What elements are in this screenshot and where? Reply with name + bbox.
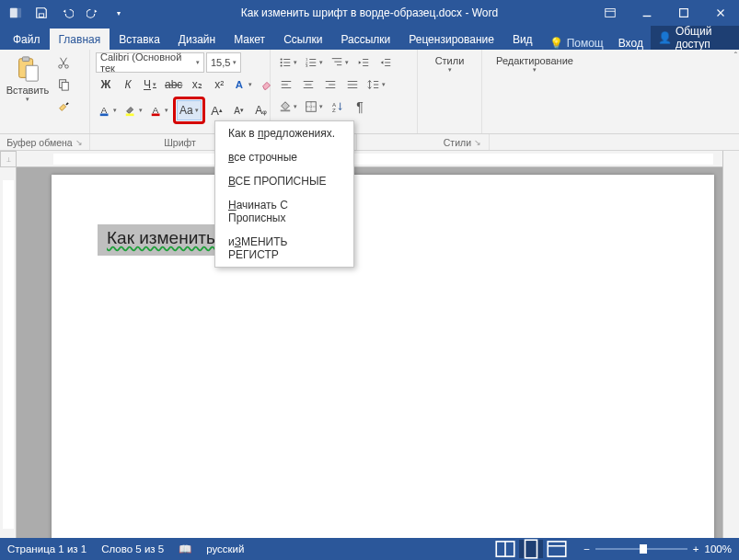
italic-button[interactable]: К [118, 74, 138, 95]
bold-button[interactable]: Ж [96, 74, 116, 95]
grow-font-button[interactable]: A▴ [207, 100, 227, 120]
borders-button[interactable] [302, 97, 326, 117]
ribbon-tabs: Файл Главная Вставка Дизайн Макет Ссылки… [0, 26, 739, 50]
status-proofing-icon[interactable]: 📖 [179, 543, 191, 555]
status-words[interactable]: Слово 5 из 5 [101, 543, 164, 554]
styles-button[interactable]: A Стили ▾ [423, 52, 476, 73]
menu-toggle-case[interactable]: иЗМЕНИТЬ РЕГИСТР [215, 230, 353, 267]
svg-rect-16 [100, 114, 109, 117]
superscript-button[interactable]: x² [209, 74, 229, 95]
highlight-button[interactable] [121, 100, 145, 120]
copy-button[interactable] [53, 74, 74, 95]
menu-capitalize[interactable]: Начинать С Прописных [215, 193, 353, 230]
read-mode-icon[interactable] [493, 540, 517, 558]
dialog-launcher-icon[interactable]: ↘ [75, 138, 83, 147]
justify-button[interactable] [342, 74, 363, 95]
font-color-button[interactable]: A [147, 100, 171, 120]
status-page[interactable]: Страница 1 из 1 [7, 543, 87, 554]
ribbon-display-icon[interactable] [592, 0, 629, 26]
svg-rect-17 [126, 114, 134, 117]
numbering-button[interactable]: 123 [302, 52, 326, 73]
shrink-font-button[interactable]: A▾ [229, 100, 249, 120]
svg-text:A: A [153, 105, 159, 115]
tab-layout[interactable]: Макет [225, 29, 274, 50]
qat-customize-icon[interactable]: ▾ [107, 2, 131, 24]
tab-mailings[interactable]: Рассылки [331, 29, 399, 50]
clear-all-button[interactable]: Aᵩ [251, 100, 271, 120]
web-layout-icon[interactable] [545, 540, 569, 558]
tab-insert[interactable]: Вставка [110, 29, 169, 50]
format-painter-button[interactable] [53, 97, 74, 117]
sort-button[interactable]: AZ [328, 97, 348, 117]
zoom-out-button[interactable]: − [583, 543, 590, 554]
sign-in[interactable]: Вход [611, 37, 651, 50]
share-button[interactable]: 👤Общий доступ [651, 26, 739, 50]
line-spacing-button[interactable] [364, 74, 388, 95]
align-right-button[interactable] [320, 74, 341, 95]
svg-rect-1 [10, 8, 17, 18]
redo-icon[interactable] [81, 2, 105, 24]
document-area[interactable]: Как изменить шрифт в ворде [17, 167, 722, 538]
group-labels-row: Буфер обмена↘ Шрифт ц Стили↘ [0, 134, 739, 151]
collapse-ribbon-icon[interactable]: ˆ [734, 51, 737, 62]
ruler-corner[interactable]: ⟂ [0, 151, 17, 167]
close-icon[interactable] [702, 0, 739, 26]
bullets-button[interactable] [276, 52, 300, 73]
tab-references[interactable]: Ссылки [274, 29, 331, 50]
borders-icon [305, 100, 318, 113]
font-color2-button[interactable]: A [96, 100, 120, 120]
tab-view[interactable]: Вид [503, 29, 542, 50]
menu-uppercase[interactable]: ВСЕ ПРОПИСНЫЕ [215, 169, 353, 193]
titlebar: ▾ Как изменить шрифт в ворде-образец.doc… [0, 0, 739, 26]
quick-access-toolbar: ▾ [0, 2, 134, 24]
decrease-indent-button[interactable] [353, 52, 374, 73]
word-app-icon[interactable] [4, 2, 28, 24]
status-language[interactable]: русский [206, 543, 244, 554]
styles-label: Стили [435, 55, 465, 66]
maximize-icon[interactable] [665, 0, 702, 26]
zoom-slider[interactable] [595, 548, 687, 550]
tell-me[interactable]: 💡Помощ [542, 37, 611, 50]
align-center-button[interactable] [298, 74, 318, 95]
print-layout-icon[interactable] [519, 540, 543, 558]
align-left-button[interactable] [276, 74, 296, 95]
subscript-button[interactable]: x₂ [187, 74, 207, 95]
font-name-value: Calibri (Основной тек [100, 51, 194, 74]
undo-icon[interactable] [55, 2, 79, 24]
multilevel-button[interactable] [328, 52, 352, 73]
cut-button[interactable] [53, 52, 74, 73]
underline-button[interactable]: Ч [140, 74, 160, 95]
vertical-scrollbar[interactable] [722, 151, 739, 538]
zoom-level[interactable]: 100% [705, 543, 732, 554]
font-name-combo[interactable]: Calibri (Основной тек▾ [96, 52, 204, 73]
minimize-icon[interactable] [629, 0, 665, 26]
justify-icon [346, 78, 359, 91]
text-effects-button[interactable]: A [231, 74, 255, 95]
tab-review[interactable]: Рецензирование [399, 29, 503, 50]
increase-indent-button[interactable] [375, 52, 396, 73]
grow-font-label: A [211, 104, 219, 118]
menu-sentence-case[interactable]: Как в предложениях. [215, 121, 353, 145]
tab-design[interactable]: Дизайн [169, 29, 225, 50]
dialog-launcher-icon[interactable]: ↘ [474, 138, 481, 147]
paste-button[interactable]: Вставить ▾ [6, 52, 50, 113]
change-case-button[interactable]: Aa [177, 100, 202, 120]
shading-button[interactable] [276, 97, 300, 117]
vertical-ruler[interactable] [0, 167, 17, 538]
page[interactable]: Как изменить шрифт в ворде [52, 175, 714, 538]
zoom-controls: − + 100% [583, 543, 732, 554]
save-icon[interactable] [29, 2, 53, 24]
show-marks-button[interactable]: ¶ [350, 97, 370, 117]
tab-file[interactable]: Файл [4, 29, 50, 50]
menu-lowercase[interactable]: все строчные [215, 145, 353, 169]
horizontal-ruler[interactable] [17, 151, 722, 167]
tab-home[interactable]: Главная [50, 29, 110, 50]
cut-icon [57, 56, 70, 69]
svg-rect-56 [281, 110, 291, 112]
font-size-combo[interactable]: 15,5▾ [206, 52, 241, 73]
svg-text:A: A [236, 79, 243, 90]
editing-button[interactable]: Редактирование ▾ [488, 52, 582, 73]
zoom-in-button[interactable]: + [693, 543, 699, 554]
strike-button[interactable]: abc [162, 74, 185, 95]
align-right-icon [324, 78, 337, 91]
